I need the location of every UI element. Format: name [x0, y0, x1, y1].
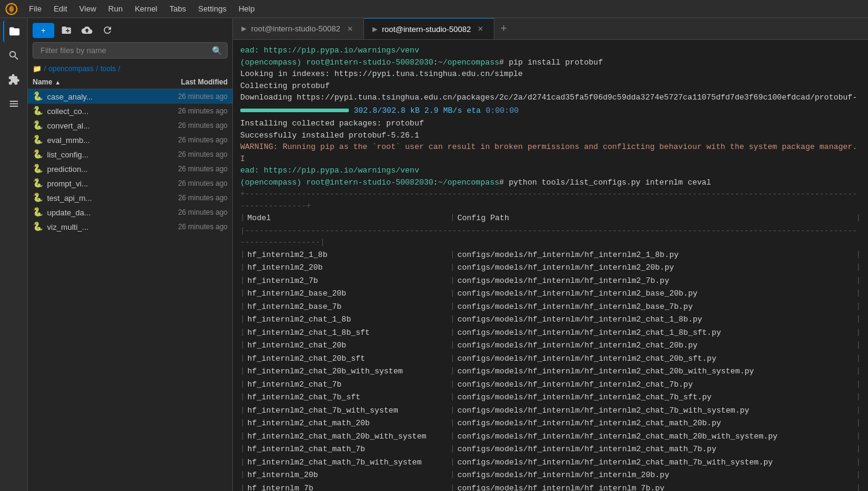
app-logo	[5, 2, 18, 16]
table-header: | Model | Config Path |	[240, 212, 861, 225]
sidebar-files-btn[interactable]	[3, 21, 25, 42]
file-modified: 26 minutes ago	[149, 223, 228, 231]
file-name: case_analy...	[47, 92, 149, 101]
file-item-8[interactable]: 🐍 update_da... 26 minutes ago	[28, 205, 232, 220]
file-modified: 26 minutes ago	[149, 107, 228, 115]
term-progress-line: 302.8/302.8 kB 2.9 MB/s eta 0:00:00	[240, 105, 861, 117]
breadcrumb-sep3: /	[118, 65, 120, 73]
table-row-6: | hf_internlm2_chat_1_8b_sft| configs/mo…	[240, 326, 861, 340]
breadcrumb-sep2: /	[96, 65, 98, 73]
file-panel: + + 🔍 📁	[28, 18, 233, 491]
search-input[interactable]	[38, 43, 212, 58]
tab-1-close[interactable]: ✕	[476, 24, 485, 34]
table-row-12: | hf_internlm2_chat_7b_with_system| conf…	[240, 404, 861, 417]
python-file-icon: 🐍	[33, 120, 43, 131]
sidebar-search-btn[interactable]	[3, 45, 25, 66]
tab-0[interactable]: ▶ root@intern-studio-50082 ✕	[233, 18, 364, 39]
config-table: | Model | Config Path | |---------------…	[240, 212, 861, 249]
menu-view[interactable]: View	[73, 0, 102, 17]
table-header-sep: |---------------------------------------…	[240, 225, 861, 249]
column-name[interactable]: Name ▲	[33, 78, 149, 86]
breadcrumb-separator: /	[44, 65, 46, 73]
table-row-1: | hf_internlm2_20b| configs/models/hf_in…	[240, 261, 861, 274]
table-row-0: | hf_internlm2_1_8b| configs/models/hf_i…	[240, 249, 861, 262]
tab-0-label: root@intern-studio-50082	[251, 24, 340, 33]
table-row-7: | hf_internlm2_chat_20b| configs/models/…	[240, 339, 861, 352]
upload-button[interactable]	[78, 22, 95, 39]
python-file-icon: 🐍	[33, 149, 43, 160]
table-row-2: | hf_internlm2_7b| configs/models/hf_int…	[240, 274, 861, 288]
table-row-17: | hf_internlm_20b| configs/models/hf_int…	[240, 469, 861, 482]
table-row-5: | hf_internlm2_chat_1_8b| configs/models…	[240, 313, 861, 326]
menu-help[interactable]: Help	[232, 0, 261, 17]
python-file-icon: 🐍	[33, 178, 43, 189]
table-row-16: | hf_internlm2_chat_math_7b_with_system|…	[240, 456, 861, 469]
breadcrumb-folder-icon: 📁	[33, 65, 42, 73]
file-item-1[interactable]: 🐍 collect_co... 26 minutes ago	[28, 104, 232, 118]
sidebar-more-btn[interactable]	[3, 93, 25, 115]
term-line-6: Installing collected packages: protobuf	[240, 118, 861, 130]
table-row-9: | hf_internlm2_chat_20b_with_system| con…	[240, 365, 861, 378]
python-file-icon: 🐍	[33, 192, 43, 203]
file-list-header: Name ▲ Last Modified	[28, 75, 232, 89]
breadcrumb-part-opencompass[interactable]: opencompass	[48, 65, 94, 73]
term-line-9: (opencompass) root@intern-studio-5008203…	[240, 177, 861, 189]
new-folder-button[interactable]	[58, 22, 75, 39]
menu-run[interactable]: Run	[102, 0, 129, 17]
menu-settings[interactable]: Settings	[192, 0, 232, 17]
menu-tabs[interactable]: Tabs	[164, 0, 192, 17]
search-box[interactable]: 🔍	[33, 42, 228, 59]
file-item-0[interactable]: 🐍 case_analy... 26 minutes ago	[28, 89, 232, 104]
file-item-9[interactable]: 🐍 viz_multi_... 26 minutes ago	[28, 220, 232, 234]
sidebar-extensions-btn[interactable]	[3, 69, 25, 90]
table-row-10: | hf_internlm2_chat_7b| configs/models/h…	[240, 378, 861, 391]
file-item-5[interactable]: 🐍 prediction... 26 minutes ago	[28, 162, 232, 176]
python-file-icon: 🐍	[33, 135, 43, 145]
menu-kernel[interactable]: Kernel	[129, 0, 164, 17]
table-row-14: | hf_internlm2_chat_math_20b_with_system…	[240, 430, 861, 443]
menu-bar: File Edit View Run Kernel Tabs Settings …	[0, 0, 868, 18]
table-row-4: | hf_internlm2_base_7b| configs/models/h…	[240, 300, 861, 314]
python-file-icon: 🐍	[33, 207, 43, 218]
file-item-2[interactable]: 🐍 convert_al... 26 minutes ago	[28, 118, 232, 133]
file-modified: 26 minutes ago	[149, 136, 228, 144]
tab-0-close[interactable]: ✕	[345, 24, 355, 34]
refresh-button[interactable]	[99, 22, 116, 39]
term-line-3: Looking in indexes: https://pypi.tuna.ts…	[240, 68, 861, 80]
file-item-4[interactable]: 🐍 list_config... 26 minutes ago	[28, 147, 232, 162]
tab-0-icon: ▶	[241, 25, 246, 33]
file-modified: 26 minutes ago	[149, 165, 228, 173]
term-line-7: Successfully installed protobuf-5.26.1	[240, 130, 861, 142]
file-item-7[interactable]: 🐍 test_api_m... 26 minutes ago	[28, 191, 232, 205]
new-launcher-button[interactable]: + +	[33, 23, 54, 38]
new-tab-button[interactable]: +	[494, 18, 513, 39]
sort-icon: ▲	[55, 79, 61, 86]
terminal[interactable]: ead: https://pip.pypa.io/warnings/venv (…	[233, 40, 868, 491]
table-row-18: | hf_internlm_7b| configs/models/hf_inte…	[240, 482, 861, 492]
python-file-icon: 🐍	[33, 106, 43, 116]
menu-edit[interactable]: Edit	[48, 0, 73, 17]
breadcrumb-part-tools[interactable]: tools	[100, 65, 115, 73]
tab-1[interactable]: ▶ root@intern-studio-50082 ✕	[364, 18, 495, 39]
file-modified: 26 minutes ago	[149, 121, 228, 130]
file-item-3[interactable]: 🐍 eval_mmb... 26 minutes ago	[28, 133, 232, 147]
term-separator: +---------------------------------------…	[240, 188, 861, 212]
table-rows: | hf_internlm2_1_8b| configs/models/hf_i…	[240, 249, 861, 492]
term-line-warning: WARNING: Running pip as the `root` user …	[240, 141, 861, 165]
file-name: eval_mmb...	[47, 136, 149, 145]
python-file-icon: 🐍	[33, 163, 43, 174]
file-name: prompt_vi...	[47, 179, 149, 188]
column-modified[interactable]: Last Modified	[149, 78, 228, 86]
file-name: collect_co...	[47, 107, 149, 116]
file-modified: 26 minutes ago	[149, 208, 228, 217]
table-row-11: | hf_internlm2_chat_7b_sft| configs/mode…	[240, 391, 861, 404]
term-line-8: ead: https://pip.pypa.io/warnings/venv	[240, 165, 861, 177]
python-file-icon: 🐍	[33, 91, 43, 102]
table-row-13: | hf_internlm2_chat_math_20b| configs/mo…	[240, 417, 861, 430]
search-icon: 🔍	[212, 46, 222, 55]
menu-file[interactable]: File	[23, 0, 48, 17]
plus-icon: +	[41, 26, 46, 35]
file-name: convert_al...	[47, 121, 149, 130]
term-line-4: Collecting protobuf	[240, 80, 861, 92]
file-item-6[interactable]: 🐍 prompt_vi... 26 minutes ago	[28, 176, 232, 191]
